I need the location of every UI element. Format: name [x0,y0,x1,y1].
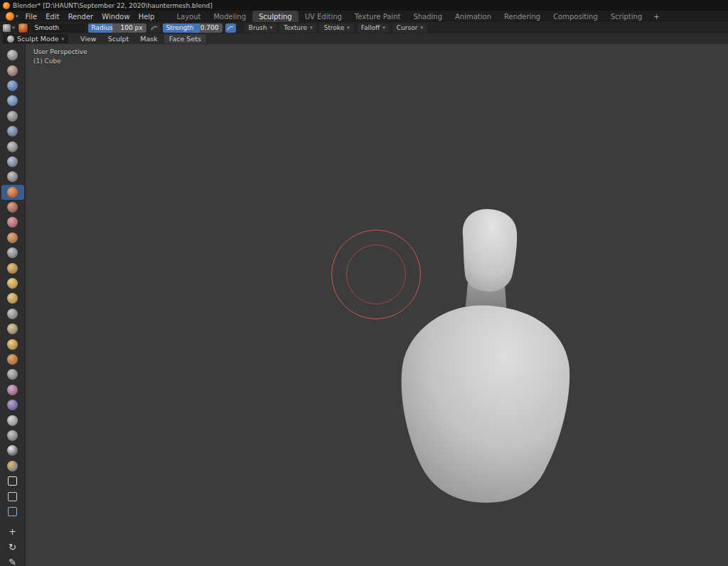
tool-rotate[interactable]: ↻ [1,540,24,555]
tool-draw-face-sets[interactable] [1,459,24,474]
draw-face-sets-icon [7,461,18,471]
tool-crease[interactable] [1,169,24,184]
pose-icon [7,339,18,350]
tab-compositing[interactable]: Compositing [547,11,604,22]
tab-modeling[interactable]: Modeling [207,11,252,22]
move-icon: + [9,527,16,536]
menu-window[interactable]: Window [97,13,134,21]
add-workspace-button[interactable]: + [648,11,664,22]
crease-icon [7,171,18,182]
tool-simplify[interactable] [1,428,24,443]
strength-pressure-toggle[interactable] [225,23,236,33]
perspective-label: User Perspective [33,48,87,57]
nudge-icon [7,354,18,365]
tool-draw[interactable] [1,48,24,63]
strength-slider[interactable]: Strength 0.700 [163,23,223,33]
falloff-panel-dropdown[interactable]: Falloff [357,23,390,33]
menu-help[interactable]: Help [134,13,159,21]
draw-sharp-icon [7,65,18,76]
box-hide-icon [8,476,17,486]
tool-inflate[interactable] [1,139,24,154]
clay-strips-icon [7,95,18,106]
tool-fill[interactable] [1,215,24,230]
tool-annotate[interactable]: ✎ [1,555,24,566]
chevron-down-icon: ▾ [12,25,15,31]
radius-pressure-toggle[interactable] [149,23,160,33]
tool-box-mask[interactable] [1,488,24,503]
tool-smooth[interactable] [1,185,24,200]
tool-box-hide[interactable] [1,474,24,488]
tab-animation[interactable]: Animation [449,11,498,22]
active-tool-dropdown[interactable]: ▾ [3,24,15,32]
clay-thumb-icon [7,111,18,122]
tab-scripting[interactable]: Scripting [604,11,648,22]
thumb-icon [7,324,18,334]
mode-label: Sculpt Mode [17,35,59,43]
tool-nudge[interactable] [1,352,24,367]
tool-clay-strips[interactable] [1,93,24,108]
tool-elastic-deform[interactable] [1,291,24,306]
tool-thumb[interactable] [1,321,24,336]
rotate-brush-icon [7,369,18,380]
tool-draw-sharp[interactable] [1,63,24,78]
pressure-icon [227,24,234,31]
tool-slide-relax[interactable] [1,383,24,397]
strength-value: 0.700 [200,24,219,31]
tool-box-trim[interactable] [1,504,24,519]
stroke-panel-dropdown[interactable]: Stroke [319,23,353,33]
tab-uv-editing[interactable]: UV Editing [299,11,348,22]
radius-slider[interactable]: Radius 100 px [88,23,146,33]
cloth-icon [7,415,18,426]
tool-multiplane-scrape[interactable] [1,245,24,260]
menu-view[interactable]: View [75,35,102,43]
brush-panel-dropdown[interactable]: Brush [245,23,277,33]
viewport-overlay-text: User Perspective (1) Cube [33,48,87,66]
texture-panel-dropdown[interactable]: Texture [279,23,316,33]
tool-flatten[interactable] [1,200,24,215]
tool-blob[interactable] [1,154,24,169]
menu-file[interactable]: File [21,13,42,21]
tool-cloth[interactable] [1,412,24,427]
slide-relax-icon [7,385,18,395]
tool-pinch[interactable] [1,260,24,275]
sculpt-tool-column: +↻✎ [0,44,26,566]
menu-mask[interactable]: Mask [135,35,162,43]
tool-layer[interactable] [1,124,24,139]
tab-rendering[interactable]: Rendering [498,11,547,22]
viewport-3d[interactable]: User Perspective (1) Cube [26,44,728,566]
inflate-icon [7,142,18,152]
tool-scrape[interactable] [1,230,24,245]
blender-logo-icon [6,12,14,21]
menu-bar: ▾ File Edit Render Window Help Layout Mo… [0,11,728,22]
cursor-panel-dropdown[interactable]: Cursor [392,23,427,33]
blender-menu-button[interactable]: ▾ [3,12,21,21]
tab-shading[interactable]: Shading [407,11,449,22]
brush-preview-thumbnail[interactable] [18,23,28,33]
object-label: (1) Cube [33,57,87,66]
draw-icon [7,50,18,60]
menu-render[interactable]: Render [64,13,98,21]
tool-clay-thumb[interactable] [1,109,24,124]
menu-edit[interactable]: Edit [41,13,63,21]
tool-boundary[interactable] [1,397,24,412]
grab-icon [7,278,18,289]
boundary-icon [7,400,18,410]
tool-pose[interactable] [1,336,24,351]
radius-label: Radius [92,24,113,31]
menu-sculpt[interactable]: Sculpt [103,35,134,43]
tool-clay[interactable] [1,78,24,93]
clay-icon [7,80,18,91]
menu-face-sets[interactable]: Face Sets [164,34,206,43]
tool-rotate-brush[interactable] [1,367,24,382]
tool-snake-hook[interactable] [1,306,24,321]
mesh-head [463,209,517,292]
tab-layout[interactable]: Layout [170,11,207,22]
tool-move[interactable]: + [1,524,24,539]
brush-name-field[interactable]: Smooth [31,23,85,33]
tool-grab[interactable] [1,276,24,291]
mode-selector-dropdown[interactable]: Sculpt Mode [3,34,68,43]
tab-sculpting[interactable]: Sculpting [252,11,299,22]
tool-mask[interactable] [1,443,24,458]
mesh-body [402,306,570,503]
tab-texture-paint[interactable]: Texture Paint [348,11,407,22]
